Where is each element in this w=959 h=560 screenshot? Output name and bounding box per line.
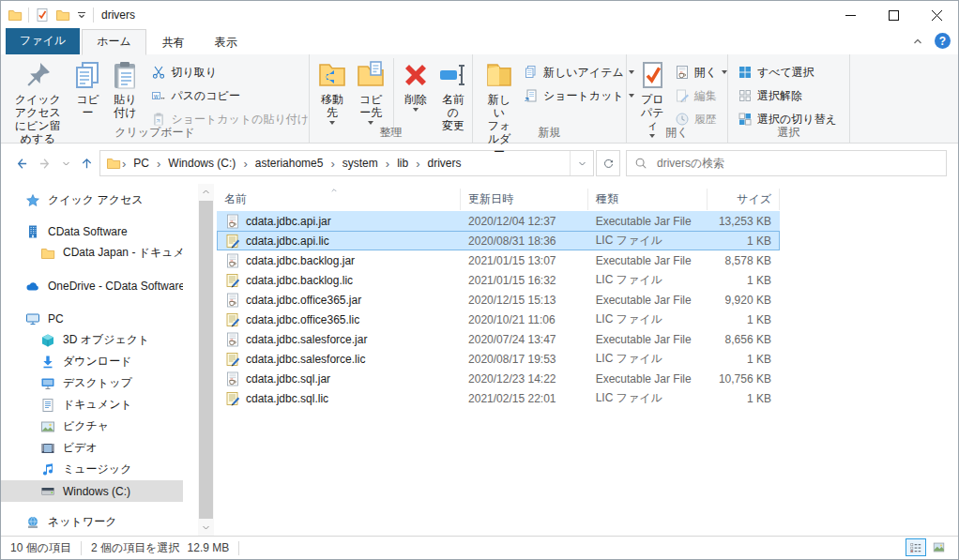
sidebar-item-pc[interactable]: PC bbox=[1, 308, 183, 329]
copy-path-label: パスのコピー bbox=[171, 88, 239, 104]
sidebar-item-picture[interactable]: ピクチャ bbox=[1, 416, 183, 437]
edit-label: 編集 bbox=[694, 88, 717, 104]
jar-icon bbox=[225, 371, 240, 386]
file-row[interactable]: cdata.jdbc.salesforce.lic2020/08/17 19:5… bbox=[217, 349, 780, 369]
edit-button[interactable]: 編集 bbox=[675, 85, 727, 106]
sidebar-item-building[interactable]: CData Software bbox=[1, 220, 183, 242]
copy-to-button[interactable]: コピー先 bbox=[351, 58, 390, 127]
file-name: cdata.jdbc.api.lic bbox=[246, 235, 329, 248]
delete-button[interactable]: 削除 bbox=[397, 58, 434, 114]
tab-file[interactable]: ファイル bbox=[6, 28, 80, 54]
refresh-button[interactable] bbox=[596, 150, 620, 176]
new-folder-icon bbox=[484, 60, 514, 90]
breadcrumb-item[interactable]: drivers bbox=[421, 157, 468, 170]
tab-share[interactable]: 共有 bbox=[148, 31, 199, 55]
file-row[interactable]: cdata.jdbc.api.lic2020/08/31 18:36LIC ファ… bbox=[217, 231, 780, 250]
sidebar-item-label: CData Software bbox=[48, 225, 128, 238]
select-none-button[interactable]: 選択解除 bbox=[738, 85, 837, 106]
up-button[interactable] bbox=[74, 152, 99, 176]
tab-view[interactable]: 表示 bbox=[201, 31, 251, 55]
search-input[interactable] bbox=[655, 156, 938, 171]
sidebar-item-drive[interactable]: Windows (C:) bbox=[1, 480, 183, 502]
cut-button[interactable]: 切り取り bbox=[151, 62, 309, 83]
sidebar-item-folder[interactable]: CData Japan - ドキュメント bbox=[1, 242, 183, 264]
file-row[interactable]: cdata.jdbc.salesforce.jar2020/07/24 13:4… bbox=[217, 329, 780, 349]
recent-locations-chevron-icon[interactable] bbox=[57, 152, 74, 176]
file-row[interactable]: cdata.jdbc.office365.jar2020/12/15 15:13… bbox=[217, 290, 780, 310]
open-button[interactable]: 開く bbox=[675, 62, 727, 83]
edit-pencil-icon bbox=[675, 88, 690, 103]
properties-check-icon[interactable] bbox=[35, 8, 50, 23]
help-icon[interactable]: ? bbox=[935, 33, 951, 49]
column-header-type[interactable]: 種類 bbox=[588, 189, 708, 210]
column-header-name[interactable]: 名前 bbox=[217, 189, 461, 210]
file-row[interactable]: cdata.jdbc.backlog.lic2021/01/15 16:32LI… bbox=[217, 270, 780, 290]
scrollbar-thumb[interactable] bbox=[199, 201, 213, 519]
select-group-label: 選択 bbox=[728, 125, 849, 141]
file-date: 2020/10/21 11:06 bbox=[461, 313, 588, 326]
forward-button[interactable] bbox=[33, 152, 57, 176]
back-button[interactable] bbox=[8, 152, 33, 176]
minimize-button[interactable] bbox=[829, 1, 872, 29]
sidebar-item-music[interactable]: ミュージック bbox=[1, 459, 183, 480]
file-row[interactable]: cdata.jdbc.office365.lic2020/10/21 11:06… bbox=[217, 310, 780, 329]
select-all-button[interactable]: すべて選択 bbox=[738, 62, 837, 83]
customize-toolbar-chevron-icon[interactable] bbox=[76, 9, 87, 21]
breadcrumb-item[interactable]: PC bbox=[127, 157, 156, 170]
file-name: cdata.jdbc.backlog.lic bbox=[246, 274, 353, 287]
copy-label: コピー bbox=[72, 93, 102, 119]
shortcut-button[interactable]: ショートカット bbox=[524, 85, 634, 106]
file-row[interactable]: cdata.jdbc.api.jar2020/12/04 12:37Execut… bbox=[217, 211, 780, 231]
details-view-button[interactable] bbox=[906, 538, 926, 556]
sidebar-item-cloud[interactable]: OneDrive - CData Software bbox=[1, 275, 183, 296]
new-folder-button[interactable]: 新しい フォルダー bbox=[480, 58, 518, 160]
file-size: 1 KB bbox=[707, 313, 779, 326]
sidebar-item-label: CData Japan - ドキュメント bbox=[63, 245, 183, 261]
sidebar-item-desktop[interactable]: デスクトップ bbox=[1, 372, 183, 394]
sidebar-item-star[interactable]: クイック アクセス bbox=[1, 189, 183, 211]
file-row[interactable]: cdata.jdbc.sql.jar2020/12/23 14:22Execut… bbox=[217, 369, 780, 388]
window-title: drivers bbox=[101, 8, 135, 22]
file-row[interactable]: cdata.jdbc.sql.lic2021/02/15 22:01LIC ファ… bbox=[217, 388, 780, 408]
paste-icon bbox=[110, 60, 140, 90]
thumbnail-view-button[interactable] bbox=[928, 538, 949, 556]
copy-button[interactable]: コピー bbox=[68, 58, 106, 121]
address-bar[interactable]: ›PC›Windows (C:)›asteriahome5›system›lib… bbox=[99, 150, 594, 176]
scroll-up-icon[interactable] bbox=[198, 184, 214, 200]
move-to-button[interactable]: 移動先 bbox=[313, 58, 351, 127]
new-folder-toolbar-icon[interactable] bbox=[55, 8, 70, 23]
breadcrumb-item[interactable]: Windows (C:) bbox=[161, 157, 242, 170]
sidebar-item-label: ダウンロード bbox=[63, 354, 131, 370]
file-size: 1 KB bbox=[707, 274, 779, 287]
rename-button[interactable]: 名前の 変更 bbox=[434, 58, 472, 134]
file-size: 1 KB bbox=[707, 353, 779, 366]
sidebar-item-video[interactable]: ビデオ bbox=[1, 437, 183, 459]
sidebar-item-network[interactable]: ネットワーク bbox=[1, 511, 183, 533]
tab-home[interactable]: ホーム bbox=[82, 29, 146, 55]
explorer-window: drivers ファイル ホーム 共有 表示 ? ク bbox=[0, 0, 959, 560]
new-item-button[interactable]: 新しいアイテム bbox=[524, 62, 634, 83]
file-row[interactable]: cdata.jdbc.backlog.jar2021/01/15 13:07Ex… bbox=[217, 250, 780, 270]
address-dropdown-chevron-icon[interactable] bbox=[570, 151, 593, 175]
copy-path-button[interactable]: w パスのコピー bbox=[151, 85, 309, 106]
paste-button[interactable]: 貼り付け bbox=[106, 58, 144, 121]
sidebar-item-document[interactable]: ドキュメント bbox=[1, 394, 183, 416]
cut-label: 切り取り bbox=[171, 65, 217, 81]
breadcrumb-item[interactable]: asteriahome5 bbox=[249, 157, 330, 170]
delete-label: 削除 bbox=[404, 93, 427, 106]
folder-icon[interactable] bbox=[8, 8, 23, 23]
breadcrumb-item[interactable]: system bbox=[336, 157, 385, 170]
column-header-size[interactable]: サイズ bbox=[708, 189, 780, 210]
folder-icon bbox=[40, 246, 55, 261]
breadcrumb-item[interactable]: lib bbox=[390, 157, 415, 170]
file-date: 2020/12/23 14:22 bbox=[461, 372, 588, 386]
copy-to-icon bbox=[356, 60, 386, 90]
sidebar-item-cube[interactable]: 3D オブジェクト bbox=[1, 329, 183, 351]
scroll-down-icon[interactable] bbox=[198, 520, 214, 536]
column-header-date[interactable]: 更新日時 bbox=[461, 189, 588, 210]
maximize-button[interactable] bbox=[872, 1, 915, 29]
sidebar-item-download[interactable]: ダウンロード bbox=[1, 351, 183, 372]
collapse-ribbon-chevron-icon[interactable] bbox=[912, 36, 923, 47]
close-button[interactable] bbox=[915, 1, 958, 29]
sidebar-scrollbar[interactable] bbox=[198, 184, 214, 536]
